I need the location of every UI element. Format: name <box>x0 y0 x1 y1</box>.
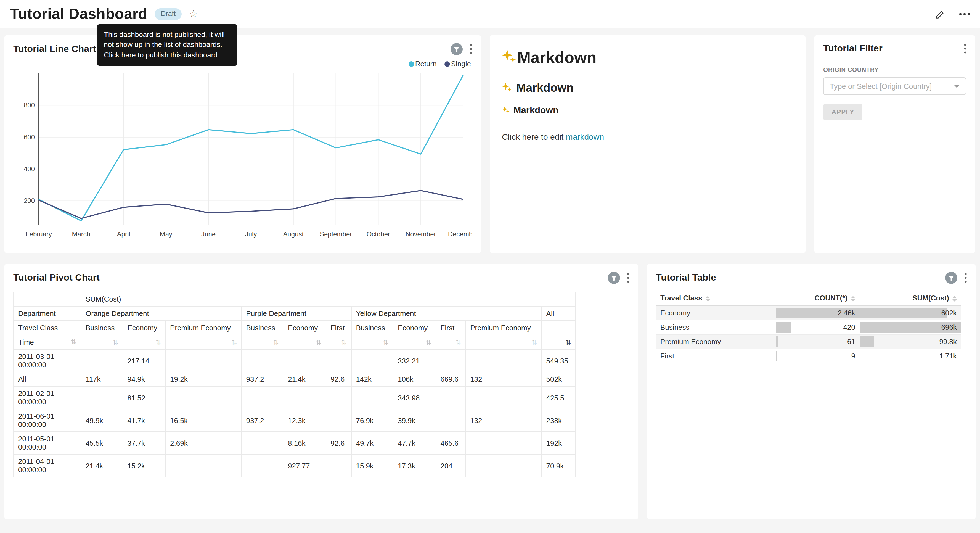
pivot-value-cell: 465.6 <box>436 432 466 454</box>
pivot-time-cell: All <box>14 372 81 386</box>
column-header-count[interactable]: COUNT(*) <box>776 290 860 306</box>
svg-text:600: 600 <box>24 133 35 141</box>
pivot-row: 2011-06-01 00:00:0049.9k41.7k16.5k937.21… <box>14 409 576 432</box>
pivot-value-cell: 15.9k <box>351 454 393 477</box>
kebab-menu-icon[interactable] <box>964 273 967 283</box>
pivot-row: 2011-03-01 00:00:00217.14332.21549.35 <box>14 349 576 372</box>
pivot-value-cell: 2.69k <box>165 432 241 454</box>
apply-button[interactable]: APPLY <box>823 104 863 120</box>
line-chart-card-header: Tutorial Line Chart <box>5 35 481 55</box>
pivot-chart-title: Tutorial Pivot Chart <box>13 272 100 283</box>
travel-class-cell: Premium Economy <box>656 334 776 349</box>
legend-item-single[interactable]: Single <box>444 60 471 68</box>
pivot-value-cell: 192k <box>542 432 576 454</box>
sort-icon[interactable]: ⇅ <box>81 335 123 349</box>
svg-text:200: 200 <box>24 197 35 204</box>
legend-dot-icon <box>444 61 450 67</box>
pivot-value-cell: 117k <box>81 372 123 386</box>
pivot-value-cell: 669.6 <box>436 372 466 386</box>
filter-indicator-icon[interactable] <box>450 43 463 55</box>
pivot-value-cell: 332.21 <box>393 349 436 372</box>
sort-icon[interactable]: ⇅ <box>71 338 76 346</box>
pivot-value-cell: 41.7k <box>123 409 165 432</box>
pivot-value-cell <box>465 386 541 409</box>
pivot-value-cell: 425.5 <box>542 386 576 409</box>
pivot-travel-class-header: Business <box>351 321 393 335</box>
pivot-value-cell <box>165 349 241 372</box>
sort-icon[interactable]: ⇅ <box>436 335 466 349</box>
filter-indicator-icon[interactable] <box>945 272 957 284</box>
sort-icon[interactable]: ⇅ <box>326 335 352 349</box>
pivot-value-cell: 238k <box>542 409 576 432</box>
svg-text:August: August <box>283 230 304 238</box>
header-left: Tutorial Dashboard Draft ☆ <box>10 5 198 22</box>
sort-icon[interactable]: ⇅ <box>393 335 436 349</box>
pivot-value-cell: 106k <box>393 372 436 386</box>
more-menu-icon[interactable] <box>959 13 970 15</box>
sort-icon[interactable]: ⇅ <box>283 335 326 349</box>
pivot-value-cell <box>326 454 352 477</box>
pivot-time-cell: 2011-03-01 00:00:00 <box>14 349 81 372</box>
pivot-travel-class-header: First <box>436 321 466 335</box>
filter-card-header: Tutorial Filter <box>815 35 975 54</box>
pivot-travel-class-header <box>542 321 576 335</box>
count-cell: 2.46k <box>776 306 860 320</box>
chevron-down-icon <box>954 85 959 88</box>
pivot-travel-class-header: Premium Economy <box>165 321 241 335</box>
row-top: Tutorial Line Chart ReturnSingle 2004006… <box>5 35 975 253</box>
pivot-value-cell: 549.35 <box>542 349 576 372</box>
sort-icon[interactable]: ⇅ <box>351 335 393 349</box>
sum-cell: 602k <box>860 306 961 320</box>
legend-item-return[interactable]: Return <box>409 60 437 68</box>
svg-text:400: 400 <box>24 165 35 172</box>
pivot-department-header: Orange Department <box>81 306 242 321</box>
filter-card-body: ORIGIN COUNTRY Type or Select [Origin Co… <box>815 66 975 120</box>
svg-text:November: November <box>406 230 436 238</box>
svg-text:April: April <box>117 230 130 238</box>
pivot-row: 2011-04-01 00:00:0021.4k15.2k927.7715.9k… <box>14 454 576 477</box>
pivot-value-cell: 49.9k <box>81 409 123 432</box>
pivot-value-cell <box>436 409 466 432</box>
pivot-value-cell <box>283 349 326 372</box>
origin-country-label: ORIGIN COUNTRY <box>823 66 966 73</box>
dashboard-header: Tutorial Dashboard Draft ☆ <box>0 0 980 28</box>
sort-icon[interactable]: ⇅ <box>165 335 241 349</box>
table-card: Tutorial Table Travel ClassCOUNT(*)SUM(C… <box>647 264 975 519</box>
pivot-chart-card: Tutorial Pivot Chart SUM(Cost)Department… <box>5 264 638 519</box>
pivot-value-cell <box>351 349 393 372</box>
column-header-sum[interactable]: SUM(Cost) <box>860 290 961 306</box>
sort-icon[interactable]: ⇅ <box>542 335 576 349</box>
pivot-value-cell <box>465 432 541 454</box>
pivot-value-cell: 132 <box>465 372 541 386</box>
pivot-department-label: Department <box>14 306 81 321</box>
pivot-value-cell: 12.3k <box>283 409 326 432</box>
edit-markdown-link[interactable]: markdown <box>566 132 604 141</box>
pivot-travel-class-header: Premium Economy <box>465 321 541 335</box>
kebab-menu-icon[interactable] <box>627 273 629 283</box>
pivot-travel-class-row: Travel ClassBusinessEconomyPremium Econo… <box>14 321 576 335</box>
pivot-value-cell: 142k <box>351 372 393 386</box>
sort-carets-icon <box>952 296 957 301</box>
pivot-value-cell: 92.6 <box>326 372 352 386</box>
pivot-value-cell: 204 <box>436 454 466 477</box>
count-cell: 9 <box>776 349 860 363</box>
origin-country-select[interactable]: Type or Select [Origin Country] <box>823 77 966 95</box>
favorite-star-icon[interactable]: ☆ <box>189 9 198 19</box>
sort-icon[interactable]: ⇅ <box>242 335 283 349</box>
svg-text:July: July <box>245 230 257 238</box>
column-header-travel-class[interactable]: Travel Class <box>656 290 776 306</box>
sort-icon[interactable]: ⇅ <box>465 335 541 349</box>
svg-text:May: May <box>160 230 172 238</box>
sort-carets-icon <box>706 296 710 301</box>
sort-icon[interactable]: ⇅ <box>123 335 165 349</box>
svg-text:June: June <box>201 230 216 238</box>
kebab-menu-icon[interactable] <box>964 44 966 54</box>
pivot-value-cell <box>81 386 123 409</box>
kebab-menu-icon[interactable] <box>470 44 472 54</box>
filter-indicator-icon[interactable] <box>608 272 620 284</box>
pivot-corner-cell <box>14 292 81 306</box>
select-placeholder: Type or Select [Origin Country] <box>830 82 932 90</box>
edit-dashboard-icon[interactable] <box>935 8 946 19</box>
draft-badge[interactable]: Draft <box>154 8 181 20</box>
svg-text:October: October <box>367 230 390 238</box>
